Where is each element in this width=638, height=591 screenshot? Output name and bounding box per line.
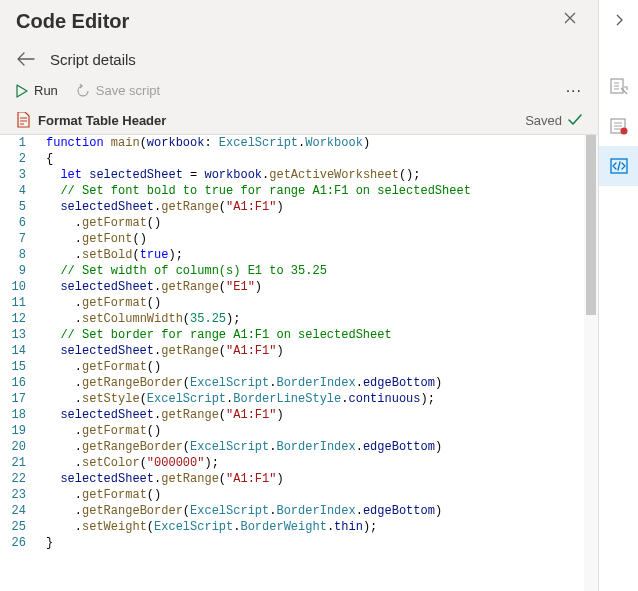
code-line[interactable]: 6 .getFormat(): [0, 215, 471, 231]
line-number: 7: [0, 231, 36, 247]
code-text[interactable]: selectedSheet.getRange("A1:F1"): [36, 343, 471, 359]
rail-expand-button[interactable]: [599, 0, 639, 40]
code-line[interactable]: 18 selectedSheet.getRange("A1:F1"): [0, 407, 471, 423]
saved-status: Saved: [525, 113, 582, 128]
code-text[interactable]: .getFormat(): [36, 295, 471, 311]
code-line[interactable]: 9 // Set width of column(s) E1 to 35.25: [0, 263, 471, 279]
code-text[interactable]: // Set width of column(s) E1 to 35.25: [36, 263, 471, 279]
code-editor-area[interactable]: 1function main(workbook: ExcelScript.Wor…: [0, 135, 598, 591]
line-number: 2: [0, 151, 36, 167]
play-icon: [16, 84, 28, 98]
rail-record-button[interactable]: [599, 106, 639, 146]
code-line[interactable]: 16 .getRangeBorder(ExcelScript.BorderInd…: [0, 375, 471, 391]
script-icon: [16, 112, 30, 128]
panel-title: Code Editor: [16, 10, 129, 33]
record-icon: [610, 117, 628, 135]
back-button[interactable]: [16, 49, 36, 69]
line-number: 6: [0, 215, 36, 231]
code-text[interactable]: let selectedSheet = workbook.getActiveWo…: [36, 167, 471, 183]
code-line[interactable]: 19 .getFormat(): [0, 423, 471, 439]
chevron-right-icon: [614, 13, 624, 27]
rail-code-editor-button[interactable]: [599, 146, 639, 186]
run-label: Run: [34, 83, 58, 98]
code-line[interactable]: 13 // Set border for range A1:F1 on sele…: [0, 327, 471, 343]
code-text[interactable]: selectedSheet.getRange("E1"): [36, 279, 471, 295]
code-text[interactable]: .getFormat(): [36, 423, 471, 439]
code-editor-panel: Code Editor Script details Run Save scri…: [0, 0, 598, 591]
line-number: 15: [0, 359, 36, 375]
code-line[interactable]: 24 .getRangeBorder(ExcelScript.BorderInd…: [0, 503, 471, 519]
code-text[interactable]: .setColumnWidth(35.25);: [36, 311, 471, 327]
code-text[interactable]: selectedSheet.getRange("A1:F1"): [36, 199, 471, 215]
line-number: 16: [0, 375, 36, 391]
code-line[interactable]: 12 .setColumnWidth(35.25);: [0, 311, 471, 327]
code-text[interactable]: .setWeight(ExcelScript.BorderWeight.thin…: [36, 519, 471, 535]
save-icon: [76, 84, 90, 98]
close-button[interactable]: [558, 6, 582, 30]
code-text[interactable]: {: [36, 151, 471, 167]
code-text[interactable]: .getFont(): [36, 231, 471, 247]
line-number: 19: [0, 423, 36, 439]
code-line[interactable]: 1function main(workbook: ExcelScript.Wor…: [0, 135, 471, 151]
line-number: 26: [0, 535, 36, 551]
line-number: 4: [0, 183, 36, 199]
close-icon: [564, 12, 576, 24]
code-text[interactable]: // Set border for range A1:F1 on selecte…: [36, 327, 471, 343]
code-text[interactable]: selectedSheet.getRange("A1:F1"): [36, 407, 471, 423]
line-number: 17: [0, 391, 36, 407]
code-text[interactable]: selectedSheet.getRange("A1:F1"): [36, 471, 471, 487]
code-text[interactable]: .getRangeBorder(ExcelScript.BorderIndex.…: [36, 439, 471, 455]
vertical-scrollbar[interactable]: [584, 135, 598, 591]
sheet-link-icon: [610, 77, 628, 95]
script-info-row: Format Table Header Saved: [0, 106, 598, 135]
code-line[interactable]: 17 .setStyle(ExcelScript.BorderLineStyle…: [0, 391, 471, 407]
code-text[interactable]: .setStyle(ExcelScript.BorderLineStyle.co…: [36, 391, 471, 407]
code-line[interactable]: 14 selectedSheet.getRange("A1:F1"): [0, 343, 471, 359]
code-line[interactable]: 5 selectedSheet.getRange("A1:F1"): [0, 199, 471, 215]
save-script-button[interactable]: Save script: [76, 83, 160, 98]
line-number: 24: [0, 503, 36, 519]
code-line[interactable]: 4 // Set font bold to true for range A1:…: [0, 183, 471, 199]
code-line[interactable]: 7 .getFont(): [0, 231, 471, 247]
code-line[interactable]: 22 selectedSheet.getRange("A1:F1"): [0, 471, 471, 487]
code-text[interactable]: .setColor("000000");: [36, 455, 471, 471]
line-number: 10: [0, 279, 36, 295]
code-text[interactable]: // Set font bold to true for range A1:F1…: [36, 183, 471, 199]
code-line[interactable]: 25 .setWeight(ExcelScript.BorderWeight.t…: [0, 519, 471, 535]
line-number: 9: [0, 263, 36, 279]
code-text[interactable]: }: [36, 535, 471, 551]
line-number: 20: [0, 439, 36, 455]
line-number: 21: [0, 455, 36, 471]
line-number: 5: [0, 199, 36, 215]
scrollbar-thumb[interactable]: [586, 135, 596, 315]
code-line[interactable]: 26}: [0, 535, 471, 551]
right-rail: [598, 0, 638, 591]
saved-label: Saved: [525, 113, 562, 128]
code-line[interactable]: 20 .getRangeBorder(ExcelScript.BorderInd…: [0, 439, 471, 455]
code-line[interactable]: 21 .setColor("000000");: [0, 455, 471, 471]
toolbar: Run Save script ···: [0, 79, 598, 106]
code-text[interactable]: function main(workbook: ExcelScript.Work…: [36, 135, 471, 151]
code-line[interactable]: 2{: [0, 151, 471, 167]
code-line[interactable]: 23 .getFormat(): [0, 487, 471, 503]
check-icon: [568, 114, 582, 126]
code-text[interactable]: .getFormat(): [36, 487, 471, 503]
line-number: 11: [0, 295, 36, 311]
panel-header: Code Editor: [0, 0, 598, 39]
code-line[interactable]: 10 selectedSheet.getRange("E1"): [0, 279, 471, 295]
code-line[interactable]: 8 .setBold(true);: [0, 247, 471, 263]
code-line[interactable]: 3 let selectedSheet = workbook.getActive…: [0, 167, 471, 183]
code-content[interactable]: 1function main(workbook: ExcelScript.Wor…: [0, 135, 471, 551]
code-line[interactable]: 15 .getFormat(): [0, 359, 471, 375]
more-button[interactable]: ···: [566, 82, 582, 100]
line-number: 23: [0, 487, 36, 503]
code-text[interactable]: .getRangeBorder(ExcelScript.BorderIndex.…: [36, 375, 471, 391]
code-text[interactable]: .setBold(true);: [36, 247, 471, 263]
code-text[interactable]: .getFormat(): [36, 215, 471, 231]
rail-sheet-link-button[interactable]: [599, 66, 639, 106]
code-text[interactable]: .getFormat(): [36, 359, 471, 375]
run-button[interactable]: Run: [16, 83, 58, 98]
code-line[interactable]: 11 .getFormat(): [0, 295, 471, 311]
line-number: 8: [0, 247, 36, 263]
code-text[interactable]: .getRangeBorder(ExcelScript.BorderIndex.…: [36, 503, 471, 519]
